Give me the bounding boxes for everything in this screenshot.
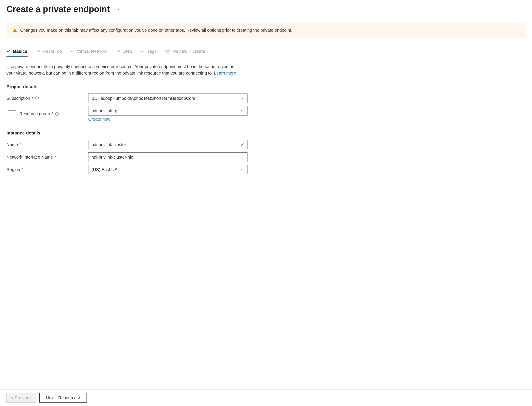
resource-group-select[interactable]: hdi-privlink-rg (88, 106, 247, 116)
label-wrap: Network Interface Name * (7, 155, 88, 160)
svg-rect-4 (37, 97, 37, 98)
page-header: Create a private endpoint ··· (7, 4, 525, 14)
nic-name-label: Network Interface Name * (7, 155, 56, 160)
name-row: Name * (7, 140, 525, 149)
tree-indent-icon (7, 106, 19, 122)
tab-virtual-network[interactable]: Virtual Network (70, 49, 108, 57)
required-asterisk: * (53, 155, 56, 160)
step-number-icon: 6 (165, 49, 170, 54)
description-text: Use private endpoints to privately conne… (7, 64, 234, 75)
learn-more-link[interactable]: Learn more (214, 71, 236, 75)
subscription-label: Subscription * (7, 96, 33, 101)
name-label: Name * (7, 142, 21, 147)
wizard-tabs: Basics Resource Virtual Network DNS Tags… (7, 49, 525, 57)
resource-group-row: Resource group * hdi-privlink-rg Create … (7, 106, 525, 122)
subscription-select[interactable]: BDHadoopHumboldtAdhocTestShortTermHadoop… (88, 94, 247, 103)
tab-label: DNS (123, 49, 132, 54)
check-icon (141, 49, 145, 53)
section-title-project: Project details (7, 84, 525, 89)
svg-rect-7 (57, 113, 57, 113)
warning-text: Changes you make on this tab may affect … (20, 28, 292, 33)
check-icon (116, 49, 120, 53)
warning-icon (13, 28, 17, 33)
control-wrap: (US) East US (88, 165, 247, 174)
more-menu-icon[interactable]: ··· (116, 7, 121, 12)
chevron-down-icon (240, 109, 244, 113)
section-title-instance: Instance details (7, 130, 525, 136)
tab-label: Resource (43, 49, 62, 54)
tab-label: Review + create (173, 49, 205, 54)
select-value: (US) East US (91, 167, 117, 172)
tab-resource[interactable]: Resource (36, 49, 62, 57)
required-asterisk: * (18, 142, 21, 147)
control-wrap: BDHadoopHumboldtAdhocTestShortTermHadoop… (88, 94, 247, 103)
label-wrap: Name * (7, 142, 88, 147)
tab-label: Basics (13, 49, 28, 54)
valid-check-icon (240, 155, 244, 159)
tab-label: Virtual Network (77, 49, 108, 54)
create-new-link[interactable]: Create new (88, 117, 110, 122)
select-value: hdi-privlink-rg (91, 109, 117, 113)
region-select[interactable]: (US) East US (88, 165, 247, 174)
region-label: Region * (7, 167, 23, 172)
select-value: BDHadoopHumboldtAdhocTestShortTermHadoop… (91, 96, 195, 101)
nic-name-input-wrap (88, 152, 247, 162)
info-icon[interactable] (35, 96, 39, 100)
svg-rect-0 (15, 29, 15, 31)
check-icon (36, 49, 41, 53)
chevron-down-icon (240, 168, 244, 172)
control-wrap (88, 140, 247, 149)
tab-dns[interactable]: DNS (116, 49, 132, 57)
check-icon (70, 49, 75, 53)
svg-rect-6 (57, 114, 57, 115)
label-wrap: Resource group * (19, 111, 88, 116)
svg-rect-1 (15, 31, 15, 31)
tab-description: Use private endpoints to privately conne… (7, 63, 243, 76)
required-asterisk: * (31, 96, 33, 101)
tab-basics[interactable]: Basics (7, 49, 28, 57)
valid-check-icon (240, 142, 244, 147)
instance-details-section: Instance details Name * Network Interfac… (7, 130, 525, 174)
chevron-down-icon (240, 96, 244, 100)
nic-name-row: Network Interface Name * (7, 152, 525, 162)
subscription-row: Subscription * BDHadoopHumboldtAdhocTest… (7, 94, 525, 103)
warning-banner: Changes you make on this tab may affect … (7, 23, 525, 38)
resource-group-label: Resource group * (19, 111, 53, 116)
tab-review-create[interactable]: 6 Review + create (165, 49, 205, 57)
nic-name-input[interactable] (91, 155, 244, 160)
region-row: Region * (US) East US (7, 165, 525, 174)
project-details-section: Project details Subscription * BDHadoopH… (7, 84, 525, 122)
svg-rect-3 (37, 98, 37, 99)
tab-label: Tags (147, 49, 157, 54)
control-wrap (88, 152, 247, 162)
info-icon[interactable] (55, 112, 59, 116)
page-title: Create a private endpoint (7, 4, 110, 14)
control-wrap: hdi-privlink-rg Create new (88, 106, 247, 122)
label-wrap: Subscription * (7, 96, 88, 101)
required-asterisk: * (21, 167, 23, 172)
tab-tags[interactable]: Tags (141, 49, 157, 57)
required-asterisk: * (50, 111, 53, 116)
label-wrap: Region * (7, 167, 88, 172)
check-icon (7, 49, 11, 53)
name-input[interactable] (91, 142, 244, 147)
name-input-wrap (88, 140, 247, 149)
